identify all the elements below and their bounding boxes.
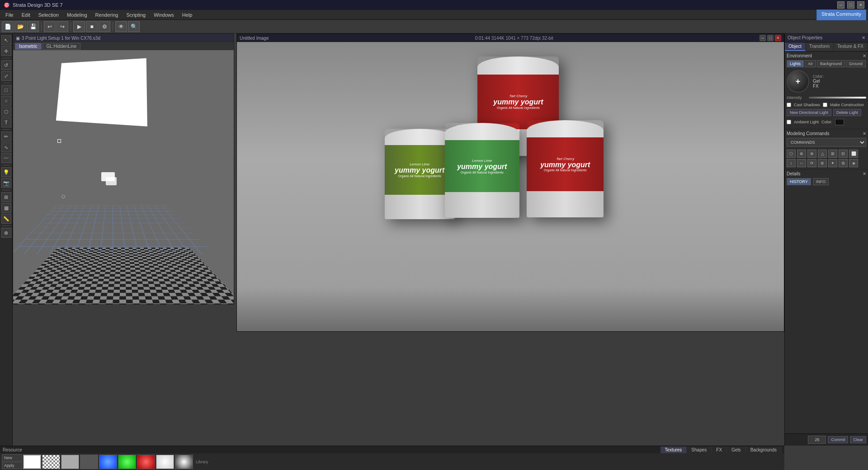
mod-icon-1[interactable]: ⬡ bbox=[787, 150, 796, 158]
mod-icon-12[interactable]: ✦ bbox=[828, 159, 837, 167]
menu-file[interactable]: File bbox=[2, 11, 17, 19]
mod-icon-2[interactable]: ⊕ bbox=[797, 150, 806, 158]
move-tool[interactable]: ✛ bbox=[1, 46, 11, 56]
delete-light-button[interactable]: Delete Light bbox=[833, 109, 861, 116]
render-window-controls[interactable]: ─ □ ✕ bbox=[760, 35, 781, 41]
camera-tool[interactable]: 📷 bbox=[1, 178, 11, 188]
color-ball[interactable]: + bbox=[787, 70, 809, 93]
ambient-light-checkbox[interactable] bbox=[787, 120, 791, 124]
texture-thumb-9[interactable] bbox=[175, 455, 193, 469]
clear-button[interactable]: Clear bbox=[850, 436, 866, 443]
mod-icon-4[interactable]: △ bbox=[818, 150, 827, 158]
mod-icon-3[interactable]: ⊗ bbox=[807, 150, 816, 158]
light-tool[interactable]: 💡 bbox=[1, 167, 11, 177]
select-tool[interactable]: ↖ bbox=[1, 35, 11, 45]
intensity-slider[interactable] bbox=[809, 97, 866, 99]
res-tab-gels[interactable]: Gels bbox=[727, 446, 746, 453]
light-object-2[interactable] bbox=[106, 177, 117, 185]
prop-tab-object[interactable]: Object bbox=[785, 42, 806, 51]
minimize-button[interactable]: ─ bbox=[837, 1, 844, 9]
nurbs-tool[interactable]: 〰 bbox=[1, 153, 11, 163]
res-tab-backgrounds[interactable]: Backgrounds bbox=[746, 446, 782, 453]
grid-tool[interactable]: ▦ bbox=[1, 203, 11, 213]
texture-thumb-8[interactable] bbox=[156, 455, 174, 469]
viewport-render[interactable]: Untitled Image 0:01:44 3144K 1041 × 773 … bbox=[236, 33, 784, 332]
redo-button[interactable]: ↪ bbox=[57, 21, 68, 32]
res-tab-fx[interactable]: FX bbox=[712, 446, 727, 453]
env-tab-background[interactable]: Background bbox=[817, 60, 845, 67]
title-bar-controls[interactable]: ─ □ ✕ bbox=[837, 1, 864, 9]
texture-thumb-1[interactable] bbox=[23, 455, 41, 469]
details-tab-history[interactable]: HISTORY bbox=[787, 178, 811, 185]
mod-icon-11[interactable]: ⊛ bbox=[818, 159, 827, 167]
viewport-3d-canvas[interactable] bbox=[13, 50, 234, 304]
snap-tool[interactable]: ⊞ bbox=[1, 192, 11, 202]
viewport-3d[interactable]: ▣ 3 Point Light Setup 1 for Win CX76.s3d… bbox=[13, 33, 234, 305]
mod-icon-7[interactable]: ⬜ bbox=[849, 150, 858, 158]
sphere-tool[interactable]: ○ bbox=[1, 96, 11, 106]
measure-tool[interactable]: 📏 bbox=[1, 214, 11, 224]
menu-scripting[interactable]: Scripting bbox=[123, 11, 149, 19]
texture-thumb-6[interactable] bbox=[118, 455, 136, 469]
texture-thumb-3[interactable] bbox=[61, 455, 79, 469]
box-tool[interactable]: □ bbox=[1, 85, 11, 95]
restore-button[interactable]: □ bbox=[847, 1, 854, 9]
prop-tab-transform[interactable]: Transform bbox=[806, 42, 834, 51]
texture-thumb-5[interactable] bbox=[99, 455, 117, 469]
zoom-button[interactable]: 🔍 bbox=[128, 21, 140, 32]
cast-shadows-checkbox[interactable] bbox=[787, 103, 791, 107]
ambient-color-swatch[interactable] bbox=[835, 119, 844, 125]
menu-edit[interactable]: Edit bbox=[18, 11, 34, 19]
text-tool[interactable]: T bbox=[1, 118, 11, 127]
extra-tool[interactable]: ⊕ bbox=[1, 228, 11, 238]
env-close-icon[interactable]: ✕ bbox=[863, 53, 866, 58]
apply-button[interactable]: Apply bbox=[2, 462, 22, 469]
new-button[interactable]: New bbox=[2, 454, 22, 461]
close-button[interactable]: ✕ bbox=[857, 1, 864, 9]
save-button[interactable]: 💾 bbox=[27, 21, 39, 32]
library-label[interactable]: Library bbox=[196, 460, 208, 464]
undo-button[interactable]: ↩ bbox=[44, 21, 56, 32]
tab-isometric[interactable]: Isometric bbox=[15, 43, 42, 50]
commit-value-input[interactable] bbox=[808, 436, 826, 444]
res-tab-shapes[interactable]: Shapes bbox=[687, 446, 712, 453]
scale-tool[interactable]: ⤢ bbox=[1, 71, 11, 81]
render-close-button[interactable]: ✕ bbox=[775, 35, 781, 41]
env-tab-ground[interactable]: Ground bbox=[846, 60, 866, 67]
render-button[interactable]: ▶ bbox=[73, 21, 85, 32]
mod-icon-10[interactable]: ⟳ bbox=[807, 159, 816, 167]
commands-select[interactable]: COMMANDS bbox=[787, 138, 866, 147]
menu-rendering[interactable]: Rendering bbox=[92, 11, 122, 19]
mod-icon-13[interactable]: ⧉ bbox=[839, 159, 848, 167]
res-tab-textures[interactable]: Textures bbox=[660, 446, 687, 453]
details-tab-info[interactable]: INFO bbox=[813, 178, 829, 185]
texture-thumb-7[interactable] bbox=[137, 455, 155, 469]
mod-icon-9[interactable]: ↔ bbox=[797, 159, 806, 167]
texture-thumb-2[interactable] bbox=[42, 455, 60, 469]
new-directional-light-button[interactable]: New Directional Light bbox=[787, 109, 831, 116]
mod-icon-14[interactable]: ◈ bbox=[849, 159, 858, 167]
stop-button[interactable]: ■ bbox=[86, 21, 98, 32]
modeling-close-icon[interactable]: ✕ bbox=[863, 131, 866, 136]
bezier-tool[interactable]: ∿ bbox=[1, 142, 11, 152]
env-tab-lights[interactable]: Lights bbox=[787, 60, 804, 67]
rotate-tool[interactable]: ↺ bbox=[1, 60, 11, 70]
menu-selection[interactable]: Selection bbox=[35, 11, 62, 19]
details-close-icon[interactable]: ✕ bbox=[863, 171, 866, 176]
settings-button[interactable]: ⚙ bbox=[99, 21, 110, 32]
make-construction-checkbox[interactable] bbox=[823, 103, 827, 107]
community-button[interactable]: Strata Community bbox=[816, 9, 866, 20]
prop-tab-texture[interactable]: Texture & FX bbox=[834, 42, 868, 51]
menu-windows[interactable]: Windows bbox=[150, 11, 178, 19]
render-minimize-button[interactable]: ─ bbox=[760, 35, 766, 41]
properties-close-icon[interactable]: ✕ bbox=[862, 35, 865, 40]
mod-icon-6[interactable]: ⊟ bbox=[839, 150, 848, 158]
tab-hiddenline[interactable]: GL:HiddenLine bbox=[42, 43, 81, 50]
menu-modeling[interactable]: Modeling bbox=[63, 11, 91, 19]
render-restore-button[interactable]: □ bbox=[767, 35, 774, 41]
mod-icon-5[interactable]: ⊞ bbox=[828, 150, 837, 158]
pen-tool[interactable]: ✏ bbox=[1, 132, 11, 141]
open-button[interactable]: 📂 bbox=[14, 21, 26, 32]
commit-button[interactable]: Commit bbox=[828, 436, 848, 443]
view-button[interactable]: 👁 bbox=[115, 21, 127, 32]
